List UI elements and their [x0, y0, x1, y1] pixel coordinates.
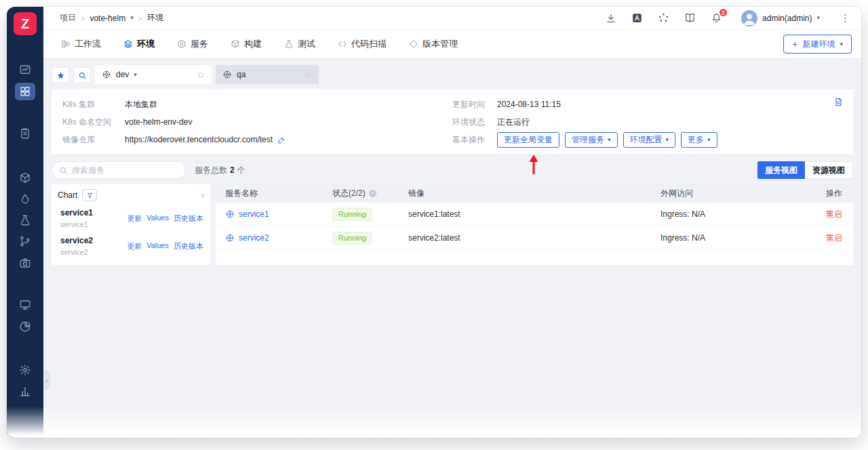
user-menu[interactable]: admin(admin) ▾ [741, 10, 820, 26]
services-table: 服务名称 状态(2/2) ? 镜像 外网访问 操作 [216, 184, 853, 265]
new-environment-button[interactable]: + 新建环境 ▾ [783, 35, 852, 54]
history-link[interactable]: 历史版本 [174, 241, 203, 251]
header-status: 状态(2/2) [332, 188, 366, 199]
report-icon[interactable] [15, 382, 35, 400]
env-detail-doc-icon[interactable] [833, 97, 844, 107]
service-search-input[interactable] [72, 165, 178, 175]
operations-buttons: 更新全局变量 管理服务 ▾ 环境配置 ▾ [497, 132, 717, 148]
test-center-icon[interactable] [15, 211, 35, 229]
star-icon[interactable] [197, 70, 205, 79]
breadcrumb-current-page: 环境 [147, 12, 163, 24]
tab-tests[interactable]: 测试 [284, 38, 315, 50]
env-tab-qa[interactable]: qa [216, 65, 319, 84]
view-toggle: 服务视图 资源视图 [757, 161, 853, 179]
chevron-down-icon[interactable]: ▾ [134, 72, 137, 78]
language-icon[interactable] [631, 12, 643, 24]
header-action: 操作 [826, 188, 842, 198]
values-link[interactable]: Values [146, 241, 169, 251]
edit-registry-icon[interactable] [277, 136, 286, 144]
chart-service-name: service2 [60, 236, 127, 245]
updated-label: 更新时间 [452, 99, 497, 110]
history-link[interactable]: 历史版本 [174, 213, 203, 224]
dashboard-icon[interactable] [15, 61, 35, 79]
registry-value: https://koderover.tencentcloudcr.com/tes… [125, 135, 273, 144]
pipeline-icon[interactable] [15, 232, 35, 250]
helm-service-icon [225, 209, 235, 219]
service-total-label: 服务总数 [195, 165, 227, 176]
env-tab-name: dev [116, 70, 129, 79]
status-label: 环境状态 [452, 117, 497, 128]
filter-button[interactable] [82, 189, 97, 201]
panel-collapse-icon[interactable]: ‹ [201, 191, 204, 199]
update-link[interactable]: 更新 [127, 213, 142, 224]
tab-label: 测试 [298, 38, 315, 50]
tab-workflows[interactable]: 工作流 [61, 38, 101, 50]
tab-code-scan[interactable]: 代码扫描 [338, 38, 387, 50]
tab-services[interactable]: 服务 [177, 38, 208, 50]
app-window: Z [7, 7, 861, 438]
tab-builds[interactable]: 构建 [231, 38, 262, 50]
more-actions-button[interactable]: 更多 ▾ [681, 132, 717, 148]
star-icon[interactable] [304, 70, 312, 79]
image-value: service1:latest [408, 209, 460, 219]
test-icon [284, 39, 294, 49]
env-tab-dev[interactable]: dev ▾ [95, 65, 212, 84]
chevron-down-icon[interactable]: ▾ [130, 15, 134, 21]
insight-icon[interactable] [15, 318, 35, 335]
env-search-button[interactable] [73, 67, 91, 83]
scan-icon[interactable] [15, 254, 35, 272]
filter-icon [86, 192, 94, 199]
release-icon[interactable] [15, 169, 35, 187]
updated-value: 2024-08-13 11:15 [497, 100, 561, 109]
restart-button[interactable]: 重启 [826, 233, 842, 243]
settings-icon[interactable] [15, 361, 35, 379]
chart-service-item[interactable]: service2 service2 更新 Values 历史版本 [52, 232, 210, 260]
status-badge: Running [332, 208, 372, 221]
notifications-button[interactable]: 2 [711, 12, 722, 24]
breadcrumb-project-name[interactable]: vote-helm [90, 14, 125, 23]
display-board-icon[interactable] [15, 296, 35, 314]
helm-service-icon [225, 233, 235, 243]
update-link[interactable]: 更新 [127, 241, 142, 251]
cluster-label: K8s 集群 [62, 99, 125, 110]
download-icon[interactable] [606, 13, 616, 24]
tab-environments[interactable]: 环境 [123, 38, 155, 50]
info-icon[interactable]: ? [368, 189, 377, 198]
chevron-right-icon: › [45, 377, 47, 384]
apps-icon[interactable] [658, 12, 669, 24]
service-search[interactable] [52, 161, 186, 179]
service-view-button[interactable]: 服务视图 [757, 161, 805, 179]
breadcrumb-projects[interactable]: 项目 [60, 12, 76, 24]
tasks-icon[interactable] [15, 125, 35, 142]
environment-info-card: K8s 集群 本地集群 K8s 命名空间 vote-helm-env-dev 镜… [52, 89, 853, 155]
chevron-down-icon: ▾ [707, 137, 711, 143]
env-config-button[interactable]: 环境配置 ▾ [623, 132, 676, 148]
projects-icon[interactable] [15, 83, 35, 100]
chart-service-item[interactable]: service1 service1 更新 Values 历史版本 [52, 204, 210, 232]
resource-view-button[interactable]: 资源视图 [805, 161, 853, 179]
sidebar-expand-handle[interactable]: › [43, 370, 50, 390]
restart-button[interactable]: 重启 [826, 209, 842, 219]
delivery-icon[interactable] [15, 190, 35, 208]
manage-services-button[interactable]: 管理服务 ▾ [565, 132, 618, 148]
service-name-link[interactable]: service1 [239, 209, 269, 219]
favorite-filter-button[interactable] [52, 67, 69, 83]
tab-version-management[interactable]: 版本管理 [409, 38, 458, 50]
sidebar: Z [7, 7, 43, 438]
plus-icon: + [792, 39, 797, 49]
namespace-label: K8s 命名空间 [62, 117, 125, 128]
service-name-link[interactable]: service2 [239, 233, 269, 243]
header-image: 镜像 [408, 188, 425, 198]
button-label: 更新全局变量 [504, 134, 553, 146]
header-service-name: 服务名称 [225, 188, 258, 199]
update-global-vars-button[interactable]: 更新全局变量 [497, 132, 559, 148]
chart-panel: Chart ‹ service1 service1 更新 V [52, 184, 210, 265]
zadig-logo[interactable]: Z [14, 12, 37, 35]
build-icon [231, 39, 240, 49]
env-info-right: 更新时间 2024-08-13 11:15 环境状态 正在运行 基本操作 更新全… [452, 96, 842, 148]
table-row: service2 Running service2:latest Ingress… [216, 226, 853, 250]
docs-icon[interactable] [684, 12, 696, 24]
breadcrumb-separator: > [81, 14, 85, 22]
more-menu-icon[interactable]: ⋮ [840, 12, 850, 24]
values-link[interactable]: Values [146, 213, 169, 224]
